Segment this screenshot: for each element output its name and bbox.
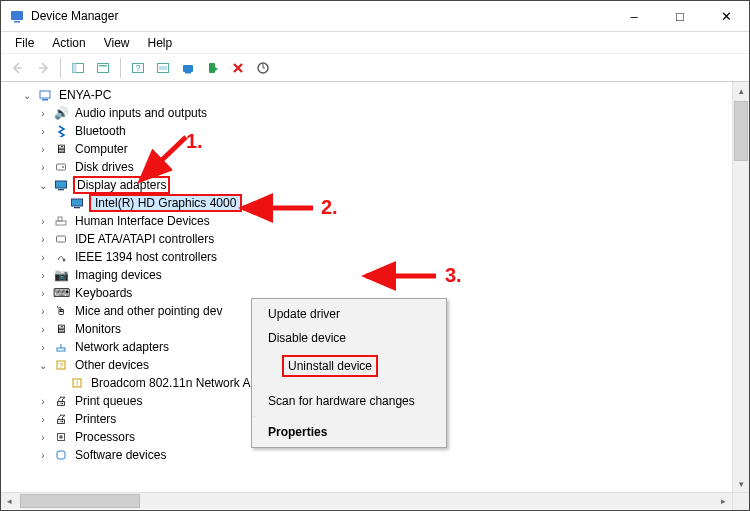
- scroll-right-arrow-icon[interactable]: ▸: [715, 493, 732, 510]
- svg-text:?: ?: [135, 63, 140, 73]
- scroll-thumb[interactable]: [734, 101, 748, 161]
- svg-rect-0: [11, 11, 23, 20]
- scroll-down-arrow-icon[interactable]: ▾: [733, 475, 750, 492]
- node-ide[interactable]: ›IDE ATA/ATAPI controllers: [37, 230, 748, 248]
- back-button[interactable]: [7, 57, 29, 79]
- ctx-separator: [254, 416, 255, 417]
- label: Print queues: [73, 394, 144, 408]
- caret-right-icon[interactable]: ›: [37, 252, 49, 263]
- label: Other devices: [73, 358, 151, 372]
- properties-toolbar-button[interactable]: [92, 57, 114, 79]
- node-computer[interactable]: ›🖥Computer: [37, 140, 748, 158]
- svg-rect-26: [57, 236, 66, 242]
- svg-rect-22: [72, 199, 83, 206]
- node-software-devices[interactable]: ›Software devices: [37, 446, 748, 464]
- menu-action[interactable]: Action: [44, 34, 93, 52]
- svg-rect-17: [42, 99, 48, 101]
- close-button[interactable]: ✕: [703, 1, 749, 31]
- display-adapters-label: Display adapters: [73, 176, 170, 194]
- maximize-button[interactable]: □: [657, 1, 703, 31]
- caret-down-icon[interactable]: ⌄: [37, 180, 49, 191]
- svg-text:?: ?: [59, 361, 64, 370]
- node-display-adapters[interactable]: ⌄Display adapters: [37, 176, 748, 194]
- scroll-left-arrow-icon[interactable]: ◂: [1, 493, 18, 510]
- svg-rect-2: [14, 67, 22, 68]
- horizontal-scrollbar[interactable]: ◂ ▸: [1, 492, 749, 509]
- update-driver-toolbar-button[interactable]: [177, 57, 199, 79]
- title-bar: Device Manager – □ ✕: [1, 1, 749, 32]
- svg-rect-35: [57, 451, 65, 459]
- vertical-scrollbar[interactable]: ▴ ▾: [732, 82, 749, 492]
- node-hid[interactable]: ›Human Interface Devices: [37, 212, 748, 230]
- caret-down-icon[interactable]: ⌄: [37, 360, 49, 371]
- node-gpu[interactable]: Intel(R) HD Graphics 4000: [53, 194, 748, 212]
- svg-rect-20: [56, 181, 67, 188]
- caret-right-icon[interactable]: ›: [37, 216, 49, 227]
- svg-rect-14: [209, 63, 215, 73]
- node-bluetooth[interactable]: ›Bluetooth: [37, 122, 748, 140]
- svg-rect-11: [159, 66, 167, 70]
- ctx-scan-hardware[interactable]: Scan for hardware changes: [252, 389, 446, 413]
- svg-rect-24: [56, 221, 66, 225]
- caret-right-icon[interactable]: ›: [37, 108, 49, 119]
- ctx-update-driver[interactable]: Update driver: [252, 302, 446, 326]
- svg-text:!: !: [76, 379, 78, 388]
- audio-icon: 🔊: [53, 105, 69, 121]
- caret-right-icon[interactable]: ›: [37, 126, 49, 137]
- label: Imaging devices: [73, 268, 164, 282]
- tree-root[interactable]: ⌄ ENYA-PC: [21, 86, 748, 104]
- node-audio[interactable]: ›🔊Audio inputs and outputs: [37, 104, 748, 122]
- node-imaging[interactable]: ›📷Imaging devices: [37, 266, 748, 284]
- uninstall-device-toolbar-button[interactable]: [227, 57, 249, 79]
- scan-hardware-toolbar-button[interactable]: [252, 57, 274, 79]
- scroll-up-arrow-icon[interactable]: ▴: [733, 82, 750, 99]
- svg-rect-16: [40, 91, 50, 98]
- svg-rect-1: [14, 21, 20, 23]
- caret-right-icon[interactable]: ›: [37, 342, 49, 353]
- caret-down-icon[interactable]: ⌄: [21, 90, 33, 101]
- context-menu: Update driver Disable device Uninstall d…: [251, 298, 447, 448]
- computer-icon: 🖥: [53, 141, 69, 157]
- ctx-properties[interactable]: Properties: [252, 420, 446, 444]
- label: Human Interface Devices: [73, 214, 212, 228]
- caret-right-icon[interactable]: ›: [37, 288, 49, 299]
- svg-rect-25: [58, 217, 62, 221]
- menu-file[interactable]: File: [7, 34, 42, 52]
- caret-right-icon[interactable]: ›: [37, 306, 49, 317]
- caret-right-icon[interactable]: ›: [37, 414, 49, 425]
- bluetooth-icon: [53, 123, 69, 139]
- keyboard-icon: ⌨: [53, 285, 69, 301]
- svg-rect-12: [183, 65, 193, 72]
- show-hide-tree-button[interactable]: [67, 57, 89, 79]
- caret-right-icon[interactable]: ›: [37, 396, 49, 407]
- action1-toolbar-button[interactable]: [152, 57, 174, 79]
- menu-help[interactable]: Help: [140, 34, 181, 52]
- display-adapter-icon: [53, 177, 69, 193]
- node-ieee[interactable]: ›IEEE 1394 host controllers: [37, 248, 748, 266]
- caret-right-icon[interactable]: ›: [37, 234, 49, 245]
- caret-right-icon[interactable]: ›: [37, 270, 49, 281]
- ctx-separator: [254, 385, 255, 386]
- caret-right-icon[interactable]: ›: [37, 450, 49, 461]
- help-toolbar-button[interactable]: ?: [127, 57, 149, 79]
- caret-right-icon[interactable]: ›: [37, 324, 49, 335]
- svg-point-19: [62, 166, 64, 168]
- forward-button[interactable]: [32, 57, 54, 79]
- caret-right-icon[interactable]: ›: [37, 144, 49, 155]
- label: Processors: [73, 430, 137, 444]
- ctx-uninstall-device[interactable]: Uninstall device: [282, 355, 378, 377]
- toolbar: ?: [1, 54, 749, 82]
- minimize-button[interactable]: –: [611, 1, 657, 31]
- node-disk-drives[interactable]: ›Disk drives: [37, 158, 748, 176]
- scroll-thumb[interactable]: [20, 494, 140, 508]
- caret-right-icon[interactable]: ›: [37, 162, 49, 173]
- menu-view[interactable]: View: [96, 34, 138, 52]
- ctx-disable-device[interactable]: Disable device: [252, 326, 446, 350]
- enable-device-toolbar-button[interactable]: [202, 57, 224, 79]
- label: Network adapters: [73, 340, 171, 354]
- svg-rect-7: [99, 65, 107, 66]
- toolbar-separator: [120, 58, 121, 78]
- caret-right-icon[interactable]: ›: [37, 432, 49, 443]
- svg-rect-5: [73, 63, 77, 72]
- svg-rect-21: [58, 189, 64, 190]
